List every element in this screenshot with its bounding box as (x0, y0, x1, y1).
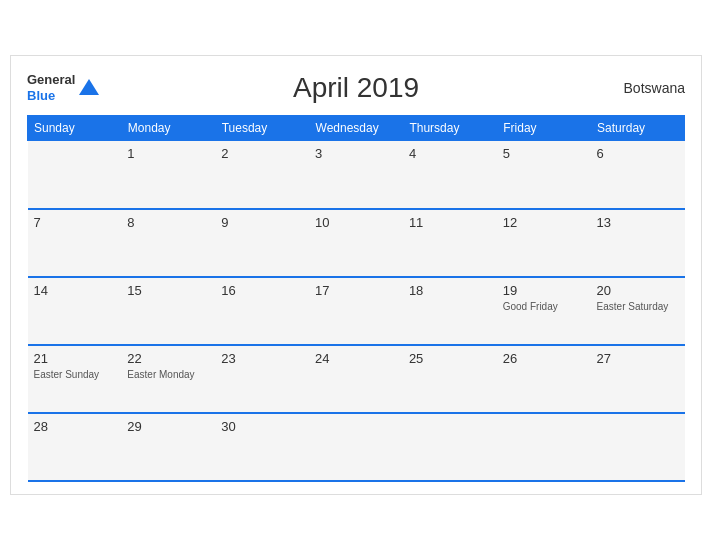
day-number: 23 (221, 351, 303, 366)
day-number: 6 (597, 146, 679, 161)
calendar-cell (403, 413, 497, 481)
calendar-cell: 30 (215, 413, 309, 481)
calendar-cell (497, 413, 591, 481)
header-saturday: Saturday (591, 116, 685, 141)
calendar-week-row: 78910111213 (28, 209, 685, 277)
calendar-cell: 26 (497, 345, 591, 413)
day-number: 24 (315, 351, 397, 366)
logo-general-text: General (27, 72, 75, 88)
calendar-cell: 1 (121, 141, 215, 209)
header-monday: Monday (121, 116, 215, 141)
calendar-cell: 28 (28, 413, 122, 481)
calendar-body: 12345678910111213141516171819Good Friday… (28, 141, 685, 481)
calendar-container: General Blue April 2019 Botswana Sunday … (10, 55, 702, 495)
day-number: 17 (315, 283, 397, 298)
calendar-cell: 17 (309, 277, 403, 345)
calendar-cell: 4 (403, 141, 497, 209)
day-number: 22 (127, 351, 209, 366)
day-number: 4 (409, 146, 491, 161)
calendar-cell: 19Good Friday (497, 277, 591, 345)
calendar-cell: 12 (497, 209, 591, 277)
calendar-cell: 27 (591, 345, 685, 413)
calendar-cell: 7 (28, 209, 122, 277)
calendar-cell: 6 (591, 141, 685, 209)
calendar-cell: 22Easter Monday (121, 345, 215, 413)
day-number: 5 (503, 146, 585, 161)
day-number: 20 (597, 283, 679, 298)
calendar-cell: 5 (497, 141, 591, 209)
calendar-cell: 8 (121, 209, 215, 277)
calendar-table: Sunday Monday Tuesday Wednesday Thursday… (27, 115, 685, 482)
holiday-name: Easter Monday (127, 368, 209, 381)
header-wednesday: Wednesday (309, 116, 403, 141)
calendar-cell (28, 141, 122, 209)
day-number: 15 (127, 283, 209, 298)
day-number: 26 (503, 351, 585, 366)
day-number: 7 (34, 215, 116, 230)
day-number: 27 (597, 351, 679, 366)
day-number: 1 (127, 146, 209, 161)
calendar-cell: 25 (403, 345, 497, 413)
day-number: 28 (34, 419, 116, 434)
calendar-cell: 29 (121, 413, 215, 481)
holiday-name: Easter Sunday (34, 368, 116, 381)
day-number: 18 (409, 283, 491, 298)
calendar-cell: 14 (28, 277, 122, 345)
day-number: 14 (34, 283, 116, 298)
day-number: 11 (409, 215, 491, 230)
calendar-cell: 9 (215, 209, 309, 277)
calendar-title: April 2019 (293, 72, 419, 104)
header-friday: Friday (497, 116, 591, 141)
header-sunday: Sunday (28, 116, 122, 141)
day-number: 13 (597, 215, 679, 230)
day-number: 2 (221, 146, 303, 161)
logo: General Blue (27, 72, 99, 103)
day-number: 10 (315, 215, 397, 230)
calendar-cell: 24 (309, 345, 403, 413)
calendar-cell: 18 (403, 277, 497, 345)
day-number: 25 (409, 351, 491, 366)
calendar-cell: 20Easter Saturday (591, 277, 685, 345)
calendar-cell: 16 (215, 277, 309, 345)
day-number: 8 (127, 215, 209, 230)
calendar-cell: 23 (215, 345, 309, 413)
day-number: 30 (221, 419, 303, 434)
day-number: 3 (315, 146, 397, 161)
calendar-cell: 21Easter Sunday (28, 345, 122, 413)
weekday-header-row: Sunday Monday Tuesday Wednesday Thursday… (28, 116, 685, 141)
calendar-cell: 10 (309, 209, 403, 277)
calendar-header: General Blue April 2019 Botswana (27, 72, 685, 103)
logo-text: General Blue (27, 72, 75, 103)
day-number: 29 (127, 419, 209, 434)
holiday-name: Easter Saturday (597, 300, 679, 313)
calendar-week-row: 123456 (28, 141, 685, 209)
calendar-cell (309, 413, 403, 481)
calendar-header-row: Sunday Monday Tuesday Wednesday Thursday… (28, 116, 685, 141)
calendar-cell: 11 (403, 209, 497, 277)
header-thursday: Thursday (403, 116, 497, 141)
calendar-cell (591, 413, 685, 481)
day-number: 21 (34, 351, 116, 366)
logo-blue-text: Blue (27, 88, 75, 104)
calendar-week-row: 282930 (28, 413, 685, 481)
logo-triangle-icon (79, 79, 99, 95)
day-number: 19 (503, 283, 585, 298)
day-number: 16 (221, 283, 303, 298)
calendar-week-row: 141516171819Good Friday20Easter Saturday (28, 277, 685, 345)
header-tuesday: Tuesday (215, 116, 309, 141)
calendar-cell: 13 (591, 209, 685, 277)
day-number: 12 (503, 215, 585, 230)
country-name: Botswana (624, 80, 685, 96)
calendar-cell: 2 (215, 141, 309, 209)
calendar-week-row: 21Easter Sunday22Easter Monday2324252627 (28, 345, 685, 413)
calendar-cell: 15 (121, 277, 215, 345)
day-number: 9 (221, 215, 303, 230)
calendar-cell: 3 (309, 141, 403, 209)
holiday-name: Good Friday (503, 300, 585, 313)
